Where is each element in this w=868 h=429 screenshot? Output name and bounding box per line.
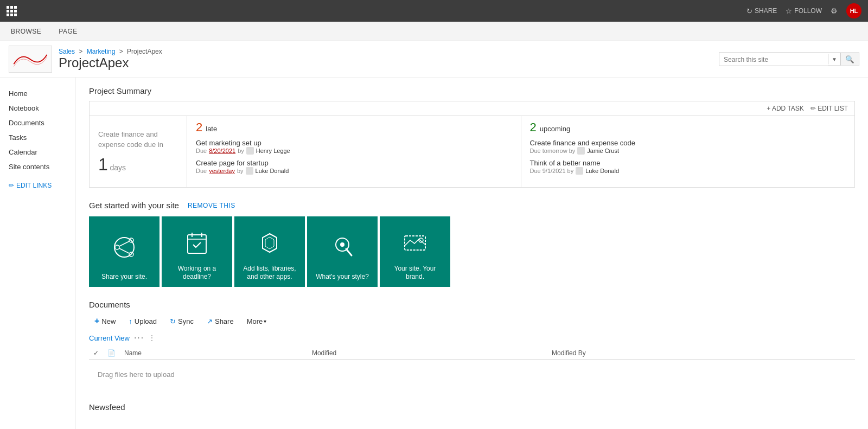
doc-toolbar: + New ↑ Upload ↻ Sync ↗ Share More ▾	[89, 313, 855, 329]
search-input[interactable]	[719, 53, 828, 65]
tile-deadline-label: Working on a deadline?	[167, 265, 227, 281]
col-name[interactable]: Name	[120, 347, 308, 360]
late-task-1: Create page for startup Due yesterday by…	[196, 159, 512, 175]
site-header: Sales > Marketing > ProjectApex ProjectA…	[0, 41, 868, 78]
share-tile-icon	[111, 222, 138, 273]
top-bar-left	[7, 6, 16, 16]
summary-task-name: Create finance and expense code due in	[98, 129, 178, 150]
upcoming-count: 2	[530, 120, 537, 135]
summary-right: 2 upcoming Create finance and expense co…	[521, 116, 855, 187]
tile-brand[interactable]: Your site. Your brand.	[380, 216, 450, 287]
col-modified-by[interactable]: Modified By	[547, 347, 855, 360]
late-task-1-date[interactable]: yesterday	[209, 168, 235, 174]
drag-upload-area: Drag files here to upload	[93, 362, 851, 387]
plus-icon: +	[94, 316, 99, 326]
user-icon-2	[577, 147, 585, 155]
more-button[interactable]: More ▾	[241, 315, 272, 328]
file-icon: 📄	[107, 349, 116, 357]
late-task-0-date[interactable]: 8/20/2021	[209, 148, 235, 154]
tile-style-label: What's your style?	[316, 273, 369, 281]
upcoming-task-0: Create finance and expense code Due tomo…	[530, 139, 846, 155]
tab-page[interactable]: PAGE	[56, 23, 79, 40]
tile-share-label: Share your site.	[101, 273, 147, 281]
tile-share[interactable]: Share your site.	[89, 216, 159, 287]
share-button[interactable]: ↗ Share	[201, 315, 239, 328]
summary-days-count: 1	[98, 155, 108, 174]
new-button[interactable]: + New	[89, 313, 121, 329]
follow-action[interactable]: ☆ FOLLOW	[786, 7, 822, 15]
brand-tile-icon	[401, 222, 429, 265]
svg-point-1	[115, 245, 119, 249]
upcoming-task-1: Think of a better name Due 9/1/2021 by L…	[530, 159, 846, 175]
sidebar-item-home[interactable]: Home	[0, 86, 75, 101]
project-summary: Project Summary + ADD TASK ✏ EDIT LIST C…	[89, 86, 855, 188]
view-options-icon[interactable]: ···	[134, 333, 144, 343]
sidebar-item-calendar[interactable]: Calendar	[0, 145, 75, 159]
summary-left: Create finance and expense code due in 1…	[90, 116, 187, 187]
left-nav: Home Notebook Documents Tasks Calendar S…	[0, 78, 76, 429]
add-task-button[interactable]: + ADD TASK	[767, 105, 804, 112]
doc-table: ✓ 📄 Name Modified Modified By Drag files…	[89, 347, 855, 389]
current-view-link[interactable]: Current View	[89, 334, 130, 342]
svg-point-16	[419, 238, 423, 242]
svg-rect-6	[188, 235, 206, 253]
waffle-icon[interactable]	[7, 6, 16, 16]
project-summary-heading: Project Summary	[89, 86, 855, 95]
doc-view-bar: Current View ··· ⋮	[89, 333, 855, 343]
svg-marker-10	[263, 234, 277, 252]
avatar[interactable]: HL	[846, 3, 861, 18]
get-started-header: Get started with your site REMOVE THIS	[89, 201, 855, 210]
late-count: 2	[196, 120, 202, 135]
tab-browse[interactable]: BROWSE	[9, 23, 43, 40]
documents-section: Documents + New ↑ Upload ↻ Sync ↗ Share	[89, 300, 855, 389]
share-doc-icon: ↗	[207, 317, 213, 325]
documents-heading: Documents	[89, 300, 855, 309]
pencil-icon: ✏	[9, 182, 14, 189]
breadcrumb-sales[interactable]: Sales	[59, 48, 75, 55]
svg-point-0	[114, 238, 134, 257]
share-action[interactable]: ↻ SHARE	[746, 7, 777, 15]
search-dropdown[interactable]: ▼	[828, 54, 840, 65]
tile-style[interactable]: What's your style?	[307, 216, 378, 287]
svg-point-13	[340, 242, 344, 247]
sidebar-item-tasks[interactable]: Tasks	[0, 130, 75, 145]
sync-icon: ↻	[170, 317, 176, 325]
summary-middle: 2 late Get marketing set up Due 8/20/202…	[187, 116, 521, 187]
breadcrumb-projectapex: ProjectApex	[127, 48, 162, 55]
apps-tile-icon	[256, 222, 283, 265]
user-icon-3	[576, 167, 583, 175]
get-started-section: Get started with your site REMOVE THIS	[89, 201, 855, 287]
top-bar: ↻ SHARE ☆ FOLLOW ⚙ HL	[0, 0, 868, 22]
svg-line-4	[119, 241, 129, 246]
search-box: ▼ 🔍	[719, 53, 859, 66]
sync-button[interactable]: ↻ Sync	[164, 315, 199, 328]
late-task-0: Get marketing set up Due 8/20/2021 by He…	[196, 139, 512, 155]
settings-action[interactable]: ⚙	[831, 7, 838, 15]
tile-apps-label: Add lists, libraries, and other apps.	[240, 265, 299, 281]
view-sort-icon[interactable]: ⋮	[149, 334, 155, 342]
deadline-tile-icon	[183, 222, 210, 265]
breadcrumb-marketing[interactable]: Marketing	[87, 48, 116, 55]
sidebar-item-notebook[interactable]: Notebook	[0, 101, 75, 116]
tile-brand-label: Your site. Your brand.	[385, 265, 445, 281]
newsfeed-heading: Newsfeed	[89, 402, 855, 412]
main-content: Project Summary + ADD TASK ✏ EDIT LIST C…	[76, 78, 868, 429]
tile-apps[interactable]: Add lists, libraries, and other apps.	[234, 216, 305, 287]
remove-this-button[interactable]: REMOVE THIS	[188, 202, 235, 209]
sidebar-item-site-contents[interactable]: Site contents	[0, 159, 75, 174]
edit-links-button[interactable]: ✏ EDIT LINKS	[0, 178, 75, 193]
upload-button[interactable]: ↑ Upload	[123, 315, 162, 328]
search-button[interactable]: 🔍	[840, 53, 859, 66]
col-modified[interactable]: Modified	[308, 347, 547, 360]
svg-line-5	[119, 248, 129, 253]
edit-list-button[interactable]: ✏ EDIT LIST	[810, 105, 848, 112]
upcoming-label: upcoming	[540, 125, 570, 133]
style-tile-icon	[329, 222, 356, 273]
sidebar-item-documents[interactable]: Documents	[0, 116, 75, 130]
chevron-down-icon: ▾	[264, 318, 266, 324]
tile-deadline[interactable]: Working on a deadline?	[162, 216, 232, 287]
late-label: late	[206, 125, 217, 133]
svg-line-14	[346, 249, 352, 255]
layout: Home Notebook Documents Tasks Calendar S…	[0, 78, 868, 429]
col-check: ✓	[89, 347, 103, 360]
